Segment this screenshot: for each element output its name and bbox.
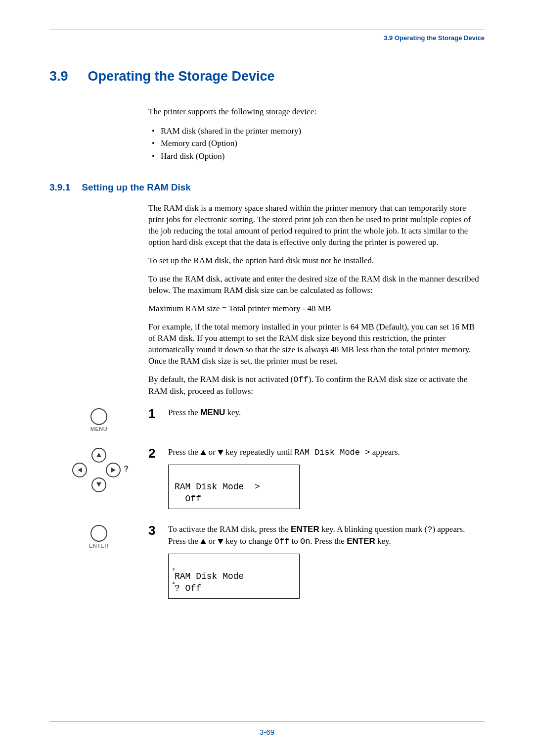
subsection-heading: 3.9.1 Setting up the RAM Disk	[49, 182, 485, 193]
step-number: 1	[148, 407, 168, 420]
cursor-blink-icon: ▴	[172, 579, 176, 586]
paragraph: To set up the RAM disk, the option hard …	[148, 255, 480, 267]
question-mark-icon: ?	[124, 465, 129, 473]
lcd-display: RAM Disk Mode > Off	[168, 465, 300, 510]
triangle-up-icon	[200, 539, 206, 544]
lcd-line: Off	[175, 494, 201, 504]
header-rule	[49, 30, 485, 30]
key-name: ENTER	[291, 524, 319, 534]
page: 3.9 Operating the Storage Device 3.9 Ope…	[0, 0, 534, 756]
enter-label: ENTER	[89, 543, 109, 549]
step-3-text: To activate the RAM disk, press the ENTE…	[168, 524, 485, 599]
up-button-icon	[91, 448, 106, 463]
down-button-icon	[91, 477, 106, 492]
section-intro-block: The printer supports the following stora…	[148, 106, 480, 162]
step-number: 3	[148, 524, 168, 537]
triangle-up-icon	[200, 450, 206, 455]
menu-label: MENU	[90, 426, 107, 432]
triangle-right-icon	[111, 468, 116, 472]
paragraph: The RAM disk is a memory space shared wi…	[148, 203, 480, 248]
triangle-down-icon	[96, 482, 101, 487]
step-3: ENTER 3 To activate the RAM disk, press …	[49, 524, 485, 599]
step-1: MENU 1 Press the MENU key.	[49, 407, 485, 432]
paragraph: By default, the RAM disk is not activate…	[148, 374, 480, 397]
lcd-line: RAM Disk Mode	[175, 571, 244, 581]
subsection-number: 3.9.1	[49, 182, 79, 193]
list-item: Memory card (Option)	[161, 137, 480, 150]
dpad-icon: ?	[69, 448, 129, 492]
triangle-left-icon	[78, 468, 82, 472]
section-number: 3.9	[49, 69, 84, 84]
section-title: Operating the Storage Device	[88, 69, 275, 84]
step-number: 2	[148, 447, 168, 460]
subsection-body: The RAM disk is a memory space shared wi…	[148, 203, 480, 397]
key-name: ENTER	[347, 536, 375, 546]
inline-code: ?	[427, 525, 432, 534]
page-number: 3-69	[0, 728, 534, 736]
paragraph: For example, if the total memory install…	[148, 322, 480, 367]
inline-code: RAM Disk Mode >	[294, 448, 370, 457]
inline-code: Off	[274, 537, 290, 546]
lcd-line: RAM Disk Mode >	[175, 482, 260, 492]
cursor-blink-icon: ▾	[172, 566, 176, 573]
paragraph: Maximum RAM size = Total printer memory …	[148, 303, 480, 315]
intro-text: The printer supports the following stora…	[148, 106, 480, 118]
step-2-icon-col: ?	[49, 447, 148, 510]
left-button-icon	[72, 463, 87, 477]
section-heading: 3.9 Operating the Storage Device	[49, 69, 485, 84]
inline-code: Off	[293, 375, 309, 384]
key-name: MENU	[200, 408, 225, 417]
enter-button-icon	[90, 525, 107, 542]
triangle-down-icon	[218, 450, 223, 455]
right-button-icon	[106, 463, 121, 477]
step-3-icon-col: ENTER	[49, 524, 148, 599]
lcd-display: RAM Disk Mode ? Off▾▴	[168, 554, 300, 599]
storage-device-list: RAM disk (shared in the printer memory) …	[148, 125, 480, 163]
list-item: Hard disk (Option)	[161, 150, 480, 163]
subsection-title: Setting up the RAM Disk	[82, 182, 191, 192]
step-2-text: Press the or key repeatedly until RAM Di…	[168, 447, 485, 510]
lcd-line: ? Off	[175, 583, 201, 593]
triangle-up-icon	[96, 453, 101, 457]
paragraph: To use the RAM disk, activate and enter …	[148, 274, 480, 296]
inline-code: On	[300, 537, 310, 546]
footer-rule	[49, 721, 485, 721]
menu-button-icon	[90, 408, 107, 425]
list-item: RAM disk (shared in the printer memory)	[161, 125, 480, 138]
step-2: ? 2 Press the or key repeatedly until RA…	[49, 447, 485, 510]
step-1-text: Press the MENU key.	[168, 407, 485, 425]
step-1-icon-col: MENU	[49, 407, 148, 432]
running-header: 3.9 Operating the Storage Device	[49, 34, 485, 42]
triangle-down-icon	[218, 539, 223, 544]
